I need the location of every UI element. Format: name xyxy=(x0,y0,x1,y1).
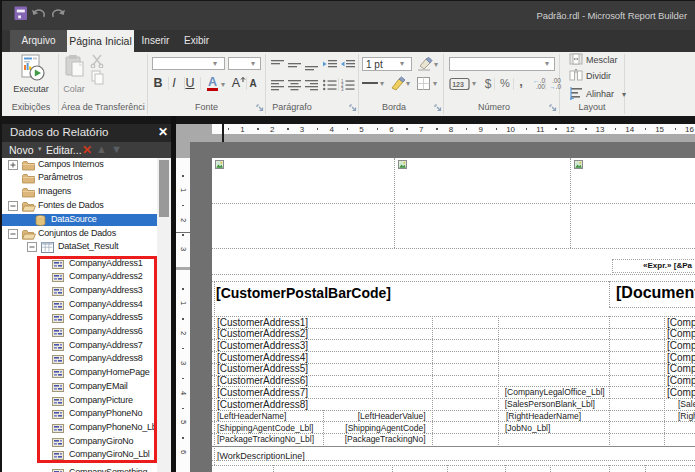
svg-text:123: 123 xyxy=(452,81,464,88)
svg-text:3: 3 xyxy=(341,87,344,91)
